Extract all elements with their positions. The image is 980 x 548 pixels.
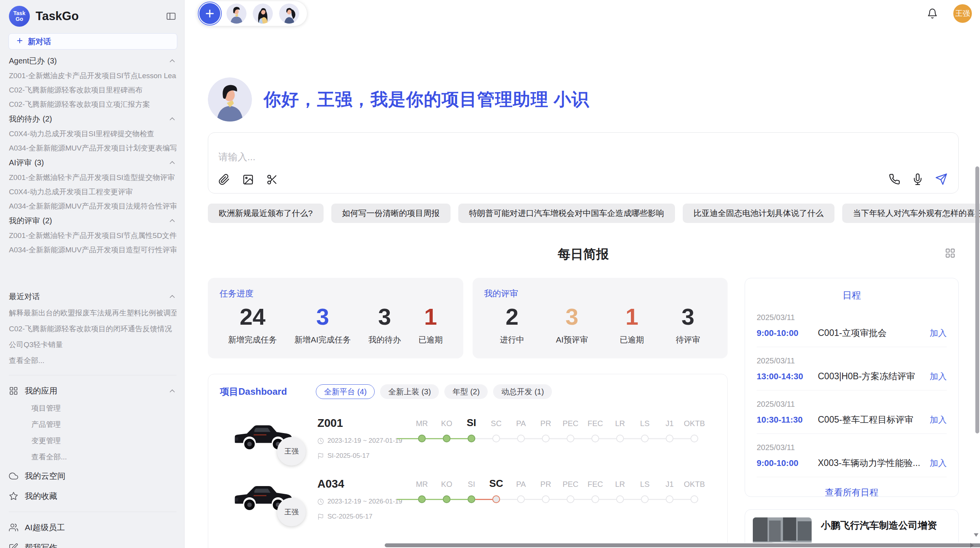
view-all-conversations-link[interactable]: 查看全部... (9, 357, 176, 364)
horizontal-scrollbar-thumb[interactable] (385, 543, 980, 547)
user-avatar[interactable]: 王强 (953, 4, 972, 23)
sidebar-task-item[interactable]: C02-飞腾新能源轻客改款项目里程碑画布 (9, 86, 176, 94)
milestone-dot[interactable] (690, 495, 698, 503)
suggestion-chip[interactable]: 当下年轻人对汽车外观有怎样的喜好趋势 (842, 204, 980, 223)
news-card[interactable]: 小鹏飞行汽车制造公司增资 天眼查 App 显示，近日广州汇天飞行汽... (745, 509, 959, 548)
recent-conversation-item[interactable]: 公司Q3轻卡销量 (9, 341, 176, 348)
suggestion-chip[interactable]: 比亚迪全固态电池计划具体说了什么 (683, 204, 834, 223)
milestone-dot[interactable] (443, 435, 451, 442)
milestone-dot[interactable] (492, 435, 500, 442)
sidebar-app-item[interactable]: 项目管理 (31, 404, 176, 412)
suggestion-chip[interactable]: 欧洲新规最近颁布了什么? (208, 204, 324, 223)
voice-call-icon[interactable] (889, 173, 900, 185)
milestone-dot[interactable] (468, 435, 475, 442)
join-event-link[interactable]: 加入 (930, 327, 947, 339)
sidebar-app-item[interactable]: 产品管理 (31, 421, 176, 428)
sidebar-task-item[interactable]: Z001-全新燃油轻卡产品开发项目SI造型提交物评审 (9, 174, 176, 181)
layout-grid-icon[interactable] (945, 248, 956, 259)
daily-brief-header: 每日简报 (208, 245, 959, 263)
agent-avatar-3[interactable] (279, 3, 299, 24)
milestone-label: LR (608, 419, 632, 428)
dashboard-tab[interactable]: 动总开发 (1) (493, 384, 552, 399)
milestone-cell: SI (459, 417, 484, 429)
milestone-dot[interactable] (666, 495, 673, 503)
dashboard-tab[interactable]: 年型 (2) (444, 384, 488, 399)
horizontal-scrollbar[interactable] (369, 543, 980, 548)
main-area: 王强 你好，王强，我是你的项目管理助理 小识 (185, 0, 980, 548)
chevron-up-icon[interactable] (168, 57, 176, 65)
agent-avatar-1[interactable] (226, 3, 247, 24)
milestone-dot[interactable] (542, 495, 550, 503)
microphone-icon[interactable] (912, 173, 923, 185)
milestone-dot[interactable] (690, 435, 698, 442)
sidebar-task-item[interactable]: A034-全新新能源MUV产品开发项目造型可行性评审 (9, 246, 176, 253)
milestone-dot[interactable] (468, 495, 475, 503)
sidebar-tool-edit[interactable]: 帮我写作 (9, 543, 176, 548)
milestone-dot[interactable] (567, 495, 574, 503)
milestone-dot[interactable] (443, 495, 451, 503)
milestone-dot[interactable] (641, 435, 649, 442)
sidebar-header: Task Go TaskGo (0, 0, 184, 29)
milestone-dot[interactable] (418, 495, 426, 503)
attachment-icon[interactable] (218, 174, 230, 185)
milestone-dot[interactable] (666, 435, 673, 442)
sidebar-task-item[interactable]: A034-全新新能源MUV产品开发项目计划变更表编写 (9, 144, 176, 152)
sidebar-item-cloud[interactable]: 我的云空间 (9, 471, 176, 481)
vertical-scrollbar-thumb[interactable] (975, 166, 979, 433)
milestone-cell: MR (409, 419, 434, 428)
chat-input[interactable] (218, 151, 799, 163)
sidebar-task-item[interactable]: C0X4-动力总成开发项目SI里程碑提交物检查 (9, 130, 176, 137)
notification-bell-icon[interactable] (927, 8, 938, 19)
chevron-up-icon[interactable] (168, 387, 176, 395)
milestone-dot[interactable] (418, 435, 426, 442)
project-code[interactable]: A034 (317, 478, 409, 490)
chevron-up-icon[interactable] (168, 115, 176, 123)
sidebar-divider (9, 375, 176, 375)
chevron-up-icon[interactable] (168, 158, 176, 167)
scroll-down-arrow-icon[interactable] (974, 533, 978, 537)
sidebar-task-item[interactable]: A034-全新新能源MUV产品开发项目法规符合性评审 (9, 202, 176, 210)
sidebar-app-item[interactable]: 变更管理 (31, 437, 176, 444)
milestone-dot[interactable] (591, 495, 599, 503)
milestone-dot[interactable] (591, 435, 599, 442)
view-all-schedule-link[interactable]: 查看所有日程 (757, 486, 947, 498)
view-all-apps-link[interactable]: 查看全部... (31, 453, 176, 461)
milestone-dot[interactable] (616, 495, 624, 503)
milestone-dot[interactable] (641, 495, 649, 503)
image-upload-icon[interactable] (242, 174, 254, 185)
sidebar-task-item[interactable]: Z001-全新燃油皮卡产品开发项目SI节点Lesson Learn报告 (9, 72, 176, 79)
dashboard-tab[interactable]: 全新上装 (3) (380, 384, 439, 399)
sidebar-task-item[interactable]: Z001-全新燃油轻卡产品开发项目SI节点属性5D文件评审 (9, 232, 176, 239)
join-event-link[interactable]: 加入 (930, 457, 947, 469)
sidebar-task-item[interactable]: C0X4-动力总成开发项目工程变更评审 (9, 188, 176, 195)
add-agent-button[interactable] (199, 3, 220, 24)
screenshot-scissors-icon[interactable] (266, 174, 278, 185)
milestone-dot[interactable] (492, 495, 500, 503)
milestone-dot[interactable] (517, 495, 525, 503)
milestone-dot[interactable] (517, 435, 525, 442)
app-root: Task Go TaskGo 新对话 Agent已办(3)Z001-全新燃油皮卡… (0, 0, 980, 548)
agent-avatar-2[interactable] (253, 3, 273, 24)
collapse-sidebar-icon[interactable] (166, 11, 176, 22)
dashboard-tab[interactable]: 全新平台 (4) (316, 384, 375, 399)
sidebar-item-my-apps[interactable]: 我的应用 (9, 386, 176, 396)
milestone-dot[interactable] (567, 435, 574, 442)
recent-conversation-item[interactable]: C02-飞腾新能源轻客改款项目的闭环通告反馈情况 (9, 325, 176, 332)
join-event-link[interactable]: 加入 (930, 371, 947, 382)
project-code[interactable]: Z001 (317, 417, 409, 430)
new-chat-button[interactable]: 新对话 (9, 33, 177, 50)
recent-conversation-item[interactable]: 解释最新出台的欧盟报废车法规再生塑料比例被调至15%... (9, 309, 176, 317)
send-icon[interactable] (935, 173, 947, 185)
sidebar-item-star[interactable]: 我的收藏 (9, 491, 176, 501)
suggestion-chip[interactable]: 如何写一份清晰的项目周报 (331, 204, 451, 223)
scroll-right-arrow-icon[interactable] (970, 543, 974, 548)
sidebar-tool-users[interactable]: AI超级员工 (9, 523, 176, 532)
logo-line2: Go (15, 16, 23, 22)
chevron-up-icon[interactable] (168, 216, 176, 225)
join-event-link[interactable]: 加入 (930, 414, 947, 426)
milestone-dot[interactable] (616, 435, 624, 442)
sidebar-task-item[interactable]: C02-飞腾新能源轻客改款项目立项汇报方案 (9, 101, 176, 108)
suggestion-chip[interactable]: 特朗普可能对进口汽车增税会对中国车企造成哪些影响 (458, 204, 675, 223)
milestone-dot[interactable] (542, 435, 550, 442)
chevron-up-icon[interactable] (168, 292, 176, 301)
